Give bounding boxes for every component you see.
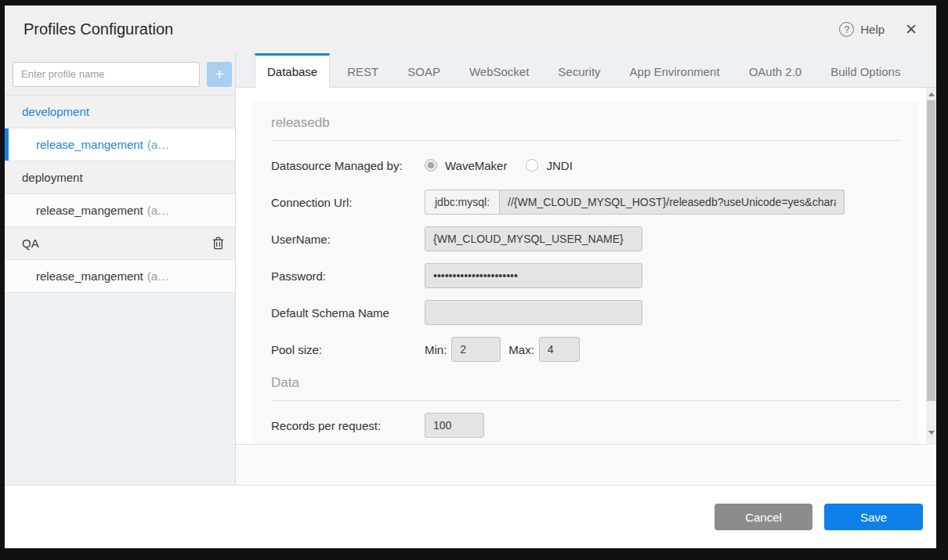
radio-wavemaker[interactable] [425, 159, 437, 172]
tab-websocket[interactable]: WebSocket [458, 53, 541, 87]
arrow-down-icon [928, 431, 935, 435]
schema-input[interactable] [425, 300, 642, 325]
pool-min-input[interactable] [451, 337, 501, 362]
arrow-up-icon [928, 92, 935, 96]
close-icon[interactable]: ✕ [905, 22, 917, 37]
service-label-suffix: (a… [147, 204, 169, 217]
help-icon: ? [839, 22, 854, 37]
delete-profile-button[interactable] [212, 237, 224, 250]
scrollbar-thumb[interactable] [927, 100, 935, 401]
connection-url-input[interactable] [500, 190, 845, 215]
trash-icon [212, 237, 224, 250]
profile-content: Database REST SOAP WebSocket Security Ap… [236, 53, 936, 485]
pane-bottom-band [236, 446, 936, 485]
password-row: Password: [271, 263, 900, 288]
sidebar-item-deployment[interactable]: deployment [5, 161, 235, 194]
database-scroll-area: releasedb Datasource Managed by: WaveMak… [236, 88, 926, 445]
scroll-up-button[interactable] [926, 88, 936, 100]
tab-security[interactable]: Security [546, 53, 612, 87]
pool-max-input[interactable] [539, 337, 580, 362]
connection-url-group: jdbc:mysql: [425, 190, 845, 215]
dialog-title: Profiles Configuration [24, 20, 839, 38]
connection-url-row: Connection Url: jdbc:mysql: [271, 190, 900, 215]
service-label-suffix: (a… [147, 138, 169, 151]
section-heading-releasedb: releasedb [271, 103, 900, 141]
tab-build-options[interactable]: Build Options [819, 53, 912, 87]
password-input[interactable] [425, 263, 642, 288]
add-profile-button[interactable]: + [207, 62, 232, 87]
tab-database[interactable]: Database [255, 53, 330, 88]
datasource-row: Datasource Managed by: WaveMaker JNDI [271, 153, 900, 178]
jdbc-prefix-addon: jdbc:mysql: [425, 190, 500, 215]
dialog-footer: Cancel Save [5, 485, 936, 548]
sidebar-item-qa[interactable]: QA [5, 227, 235, 260]
radio-wavemaker-label: WaveMaker [445, 159, 507, 172]
username-input[interactable] [425, 226, 642, 251]
sidebar-item-development[interactable]: development [5, 96, 235, 128]
help-label: Help [860, 23, 885, 36]
service-label: release_mangement [36, 204, 143, 217]
profile-label: development [22, 105, 89, 118]
pool-size-row: Pool size: Min: Max: [271, 337, 900, 362]
sidebar-item-release-mangement-deploy[interactable]: release_mangement (a… [5, 194, 235, 227]
schema-row: Default Schema Name [271, 300, 900, 325]
connection-url-label: Connection Url: [271, 196, 425, 209]
radio-jndi[interactable] [526, 159, 538, 172]
sidebar-item-release-mangement-qa[interactable]: release_mangement (a… [5, 260, 235, 293]
vertical-scrollbar[interactable] [926, 88, 936, 445]
profile-label: deployment [22, 171, 83, 184]
schema-label: Default Schema Name [271, 306, 425, 320]
datasource-radio-group: WaveMaker JNDI [425, 159, 584, 172]
tab-app-environment[interactable]: App Environment [618, 53, 732, 87]
tab-rest[interactable]: REST [335, 53, 390, 87]
dialog-header: Profiles Configuration ? Help ✕ [5, 5, 936, 53]
profiles-list: development release_mangement (a… deploy… [5, 96, 235, 293]
database-tab-pane: releasedb Datasource Managed by: WaveMak… [236, 88, 936, 485]
section-heading-data: Data [271, 363, 900, 401]
profile-name-input[interactable] [13, 62, 200, 87]
pool-max-label: Max: [508, 343, 534, 356]
scroll-down-button[interactable] [926, 426, 936, 439]
service-label: release_mangement [36, 138, 143, 151]
dialog-body: + development release_mangement (a… depl… [5, 53, 936, 485]
service-label-suffix: (a… [147, 269, 169, 283]
datasource-label: Datasource Managed by: [271, 159, 425, 172]
pool-size-label: Pool size: [271, 343, 425, 356]
database-config-card: releasedb Datasource Managed by: WaveMak… [252, 102, 919, 445]
service-label: release_mangement [36, 269, 143, 283]
config-tabbar: Database REST SOAP WebSocket Security Ap… [236, 53, 936, 88]
tab-soap[interactable]: SOAP [396, 53, 452, 87]
records-row: Records per request: [271, 413, 900, 438]
password-label: Password: [271, 269, 425, 283]
profile-search-row: + [5, 53, 235, 96]
radio-jndi-label: JNDI [546, 159, 572, 172]
profiles-sidebar: + development release_mangement (a… depl… [5, 53, 236, 485]
profiles-configuration-dialog: Profiles Configuration ? Help ✕ + develo… [5, 5, 936, 548]
username-label: UserName: [271, 233, 425, 246]
username-row: UserName: [271, 226, 900, 251]
pool-min-label: Min: [425, 343, 447, 356]
records-input[interactable] [425, 413, 484, 438]
help-button[interactable]: ? Help [839, 22, 885, 37]
cancel-button[interactable]: Cancel [715, 504, 812, 530]
tab-oauth[interactable]: OAuth 2.0 [737, 53, 814, 87]
save-button[interactable]: Save [824, 504, 923, 530]
profile-label: QA [22, 237, 39, 250]
records-label: Records per request: [271, 419, 425, 432]
sidebar-item-release-mangement-dev[interactable]: release_mangement (a… [5, 128, 235, 161]
